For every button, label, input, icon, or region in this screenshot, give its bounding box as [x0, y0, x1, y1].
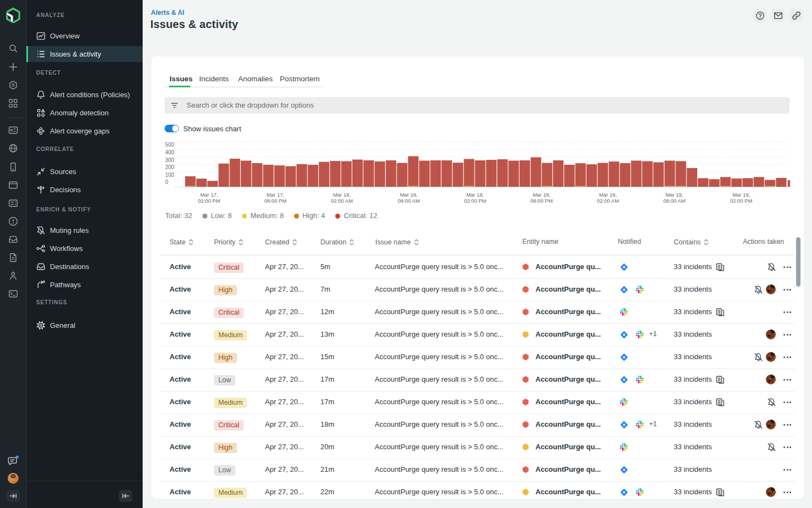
svg-text:0: 0: [165, 179, 168, 185]
svg-text:300: 300: [165, 157, 174, 163]
svg-text:400: 400: [165, 149, 174, 155]
svg-text:100: 100: [165, 172, 174, 178]
svg-text:200: 200: [165, 164, 174, 170]
svg-text:500: 500: [165, 142, 174, 148]
